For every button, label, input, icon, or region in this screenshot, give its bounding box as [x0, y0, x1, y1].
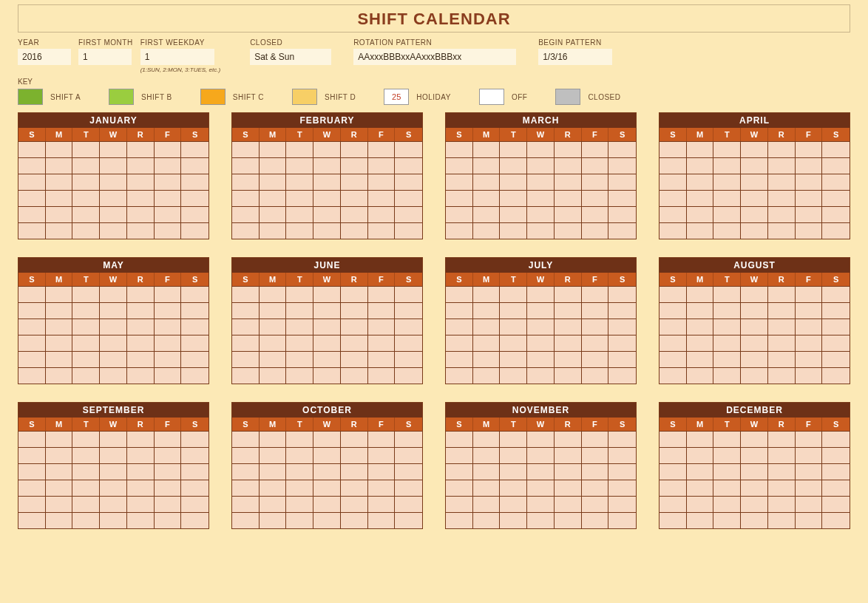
day-cell[interactable]	[713, 463, 741, 480]
day-cell[interactable]	[500, 318, 527, 335]
day-cell[interactable]	[232, 141, 260, 157]
day-cell[interactable]	[46, 335, 73, 351]
day-cell[interactable]	[395, 190, 422, 206]
day-cell[interactable]	[72, 463, 100, 480]
day-cell[interactable]	[527, 222, 555, 239]
day-cell[interactable]	[796, 222, 823, 239]
day-cell[interactable]	[473, 206, 501, 222]
day-cell[interactable]	[768, 335, 796, 351]
day-cell[interactable]	[687, 335, 714, 351]
day-cell[interactable]	[741, 302, 768, 318]
day-cell[interactable]	[232, 431, 260, 447]
day-cell[interactable]	[741, 157, 768, 174]
day-cell[interactable]	[181, 286, 208, 302]
day-cell[interactable]	[473, 335, 501, 351]
day-cell[interactable]	[260, 463, 287, 480]
day-cell[interactable]	[446, 463, 473, 480]
day-cell[interactable]	[368, 302, 396, 318]
day-cell[interactable]	[341, 302, 368, 318]
day-cell[interactable]	[313, 157, 341, 174]
day-cell[interactable]	[181, 190, 208, 206]
day-cell[interactable]	[822, 335, 850, 351]
day-cell[interactable]	[796, 157, 823, 174]
day-cell[interactable]	[713, 222, 741, 239]
day-cell[interactable]	[395, 431, 422, 447]
day-cell[interactable]	[100, 431, 127, 447]
day-cell[interactable]	[500, 447, 527, 463]
day-cell[interactable]	[395, 351, 422, 367]
day-cell[interactable]	[72, 480, 100, 496]
day-cell[interactable]	[127, 141, 155, 157]
day-cell[interactable]	[446, 157, 473, 174]
day-cell[interactable]	[100, 367, 127, 384]
day-cell[interactable]	[260, 141, 287, 157]
day-cell[interactable]	[555, 496, 582, 512]
day-cell[interactable]	[822, 222, 850, 239]
day-cell[interactable]	[741, 351, 768, 367]
day-cell[interactable]	[500, 206, 527, 222]
day-cell[interactable]	[18, 480, 46, 496]
day-cell[interactable]	[608, 447, 636, 463]
day-cell[interactable]	[582, 157, 609, 174]
day-cell[interactable]	[127, 431, 155, 447]
day-cell[interactable]	[127, 222, 155, 239]
day-cell[interactable]	[660, 222, 687, 239]
day-cell[interactable]	[500, 431, 527, 447]
day-cell[interactable]	[341, 174, 368, 190]
day-cell[interactable]	[608, 512, 636, 528]
day-cell[interactable]	[582, 206, 609, 222]
day-cell[interactable]	[313, 431, 341, 447]
day-cell[interactable]	[18, 157, 46, 174]
day-cell[interactable]	[100, 174, 127, 190]
day-cell[interactable]	[368, 351, 396, 367]
day-cell[interactable]	[768, 447, 796, 463]
day-cell[interactable]	[768, 157, 796, 174]
day-cell[interactable]	[232, 318, 260, 335]
day-cell[interactable]	[660, 351, 687, 367]
day-cell[interactable]	[155, 190, 182, 206]
day-cell[interactable]	[608, 351, 636, 367]
day-cell[interactable]	[582, 141, 609, 157]
day-cell[interactable]	[181, 318, 208, 335]
day-cell[interactable]	[368, 463, 396, 480]
day-cell[interactable]	[313, 206, 341, 222]
day-cell[interactable]	[341, 431, 368, 447]
day-cell[interactable]	[232, 335, 260, 351]
day-cell[interactable]	[46, 302, 73, 318]
day-cell[interactable]	[768, 174, 796, 190]
day-cell[interactable]	[687, 286, 714, 302]
day-cell[interactable]	[341, 480, 368, 496]
day-cell[interactable]	[687, 222, 714, 239]
day-cell[interactable]	[473, 496, 501, 512]
day-cell[interactable]	[473, 463, 501, 480]
day-cell[interactable]	[608, 286, 636, 302]
day-cell[interactable]	[608, 157, 636, 174]
day-cell[interactable]	[46, 206, 73, 222]
day-cell[interactable]	[741, 512, 768, 528]
day-cell[interactable]	[555, 431, 582, 447]
day-cell[interactable]	[768, 480, 796, 496]
day-cell[interactable]	[796, 351, 823, 367]
day-cell[interactable]	[100, 222, 127, 239]
day-cell[interactable]	[660, 190, 687, 206]
day-cell[interactable]	[687, 351, 714, 367]
day-cell[interactable]	[368, 447, 396, 463]
day-cell[interactable]	[100, 480, 127, 496]
day-cell[interactable]	[822, 496, 850, 512]
day-cell[interactable]	[660, 302, 687, 318]
day-cell[interactable]	[473, 141, 501, 157]
day-cell[interactable]	[500, 512, 527, 528]
day-cell[interactable]	[713, 286, 741, 302]
day-cell[interactable]	[822, 480, 850, 496]
day-cell[interactable]	[713, 496, 741, 512]
day-cell[interactable]	[313, 335, 341, 351]
day-cell[interactable]	[155, 496, 182, 512]
day-cell[interactable]	[286, 318, 313, 335]
day-cell[interactable]	[72, 496, 100, 512]
day-cell[interactable]	[446, 335, 473, 351]
day-cell[interactable]	[286, 463, 313, 480]
day-cell[interactable]	[473, 512, 501, 528]
day-cell[interactable]	[446, 302, 473, 318]
day-cell[interactable]	[741, 286, 768, 302]
day-cell[interactable]	[687, 141, 714, 157]
